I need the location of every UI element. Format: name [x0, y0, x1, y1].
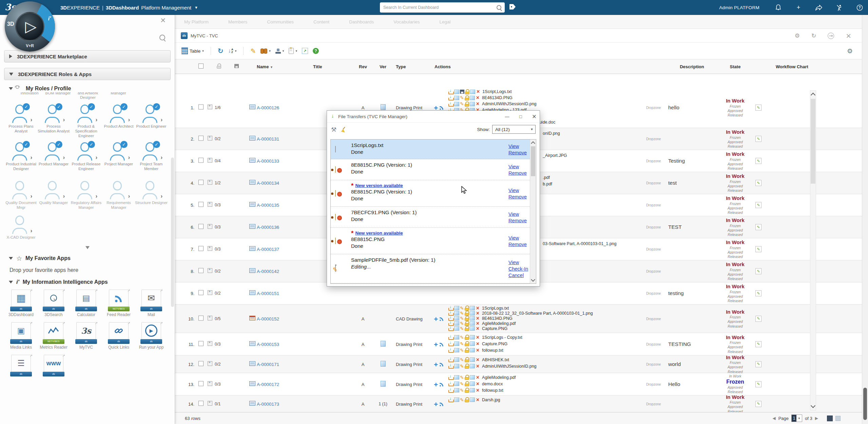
edit-button[interactable]: ✎ — [250, 47, 256, 55]
save-icon[interactable] — [460, 90, 464, 94]
close-icon[interactable]: ✕ — [529, 111, 540, 122]
state-edit-icon[interactable]: ✎ — [755, 246, 761, 252]
expand-icon[interactable] — [208, 381, 212, 387]
app-tile-icon[interactable]: WWWds↗ — [43, 355, 64, 376]
ver-file-icon[interactable] — [375, 104, 390, 111]
tab-vocabularies[interactable]: Vocabularies — [393, 19, 420, 24]
checkout-download-icon[interactable] — [448, 335, 454, 340]
lock-icon[interactable] — [465, 364, 469, 369]
app-tile-icon[interactable]: ds↗ — [108, 322, 130, 344]
checkout-download-icon[interactable] — [448, 95, 454, 100]
dropzone-label[interactable]: Dropzone — [646, 317, 661, 320]
link-check-in[interactable]: Check-In — [508, 266, 528, 272]
table-row[interactable]: 14.0/1A-0000173A1 (1)Drawing Print+✎×Dar… — [175, 395, 862, 412]
link-cancel[interactable]: Cancel — [508, 273, 528, 278]
clear-broom-icon[interactable] — [341, 127, 347, 132]
object-name-link[interactable]: A-0000153 — [257, 342, 279, 347]
object-name-link[interactable]: A-0000131 — [257, 136, 279, 142]
dropzone-label[interactable]: Dropzone — [646, 137, 661, 141]
dropzone-label[interactable]: Dropzone — [646, 181, 661, 185]
app-feed-reader[interactable]: NETVIBES↗Feed Reader — [102, 290, 135, 317]
row-checkbox[interactable] — [198, 381, 204, 387]
tab-members[interactable]: Members — [228, 19, 247, 24]
chevron-right-icon[interactable]: › — [128, 117, 130, 123]
my-roles-profile-header[interactable]: My Roles / Profile — [9, 86, 175, 92]
role-item[interactable]: ✓›Product Industrial Designer — [5, 142, 37, 171]
edit-file-icon[interactable]: ✎ — [460, 95, 464, 100]
link-view[interactable]: View — [508, 143, 527, 149]
lock-icon[interactable] — [465, 89, 469, 94]
transfer-column-icon[interactable] — [234, 64, 239, 69]
lock-icon[interactable] — [465, 381, 469, 386]
role-item[interactable]: ›Quality Document Mngr — [5, 181, 37, 210]
add-file-icon[interactable]: + — [434, 315, 438, 322]
preview-file-icon[interactable] — [470, 102, 475, 106]
column-header-title[interactable]: Title — [313, 64, 322, 69]
my-favorite-apps-header[interactable]: ☆ My Favorite Apps — [9, 255, 175, 262]
app-run-your-app[interactable]: ▶ds↗Run your App — [135, 322, 168, 350]
chevron-right-icon[interactable]: › — [161, 117, 162, 123]
view-file-icon[interactable] — [454, 311, 459, 315]
role-item[interactable]: ›X-CAD Designer — [5, 216, 37, 240]
delete-file-icon[interactable]: × — [476, 375, 479, 380]
chevron-right-icon[interactable]: › — [96, 154, 97, 161]
lock-icon[interactable] — [465, 306, 469, 311]
edit-file-icon[interactable]: ✎ — [460, 306, 464, 311]
preview-file-icon[interactable] — [470, 375, 475, 380]
find-button[interactable]: ▾ — [261, 49, 271, 53]
state-edit-icon[interactable]: ✎ — [755, 316, 761, 322]
delete-file-icon[interactable]: × — [477, 89, 480, 94]
scrollbar-thumb[interactable] — [531, 146, 535, 176]
preview-file-icon[interactable] — [470, 306, 475, 310]
state-edit-icon[interactable]: ✎ — [755, 268, 761, 274]
view-file-icon[interactable] — [454, 382, 459, 386]
widget-settings-gear-icon[interactable]: ⚙ — [795, 32, 800, 39]
delete-file-icon[interactable]: × — [476, 357, 479, 363]
role-item[interactable]: ✓›Product Architect — [102, 105, 135, 138]
role-item[interactable]: ✓›Project Manager — [102, 142, 135, 171]
column-header-rev[interactable]: Rev — [358, 64, 368, 69]
lock-icon[interactable] — [465, 95, 469, 100]
chevron-right-icon[interactable]: › — [63, 193, 65, 199]
table-row[interactable]: 10.0/5A-0000152ACAD Drawing+✎×1ScripLogs… — [175, 305, 862, 333]
link-view[interactable]: View — [508, 164, 527, 169]
preview-file-icon[interactable] — [470, 311, 475, 315]
link-remove[interactable]: Remove — [508, 150, 527, 155]
view-file-icon[interactable] — [454, 342, 459, 346]
add-file-icon[interactable]: + — [434, 400, 438, 407]
preview-file-icon[interactable] — [470, 364, 475, 368]
edit-file-icon[interactable]: ✎ — [460, 321, 464, 326]
app-3dsearch[interactable]: ds↗3DSearch — [37, 290, 70, 317]
row-checkbox[interactable] — [198, 268, 204, 275]
view-file-icon[interactable] — [454, 321, 459, 326]
delete-file-icon[interactable]: × — [476, 397, 479, 403]
column-header-state[interactable]: State — [706, 64, 765, 69]
sidebar-section-marketplace[interactable]: 3DEXPERIENCE Marketplace — [4, 50, 171, 62]
widget-close-icon[interactable]: × — [846, 32, 851, 40]
expand-icon[interactable] — [208, 341, 212, 347]
play-icon[interactable]: ▷ — [25, 19, 37, 34]
file-name[interactable]: _Airport.JPG — [543, 153, 567, 158]
transfer-item[interactable]: SamplePDFFile_5mb.pdf (Version: 1)Editin… — [331, 254, 536, 283]
view-file-icon[interactable] — [454, 375, 459, 380]
object-name-link[interactable]: A-0000172 — [257, 382, 279, 387]
dropzone-label[interactable]: Dropzone — [646, 402, 661, 406]
role-item[interactable]: ✓›Process Plans Analyst — [5, 105, 37, 138]
chevron-right-icon[interactable]: › — [128, 154, 130, 161]
close-sidebar-icon[interactable]: ✕ — [160, 17, 166, 24]
dropzone-label[interactable]: Dropzone — [646, 270, 661, 273]
widget-maximize-icon[interactable]: → — [828, 33, 834, 39]
expand-icon[interactable] — [208, 290, 212, 296]
row-checkbox[interactable] — [198, 361, 204, 367]
edit-file-icon[interactable]: ✎ — [460, 398, 464, 402]
role-item[interactable]: ›Requirements Manager — [102, 181, 135, 210]
dropzone-label[interactable]: Dropzone — [646, 382, 661, 386]
chevron-right-icon[interactable]: › — [96, 117, 97, 123]
dialog-titlebar[interactable]: File Transfers (TVC File Manager) — □ ✕ — [327, 111, 540, 123]
dropzone-label[interactable]: Dropzone — [646, 106, 661, 110]
mass-update-button[interactable]: ▾ — [275, 49, 284, 54]
preview-file-icon[interactable] — [470, 388, 475, 392]
dropzone-label[interactable]: Dropzone — [646, 203, 661, 207]
expand-icon[interactable] — [208, 136, 212, 142]
edit-file-icon[interactable]: ✎ — [460, 335, 464, 340]
